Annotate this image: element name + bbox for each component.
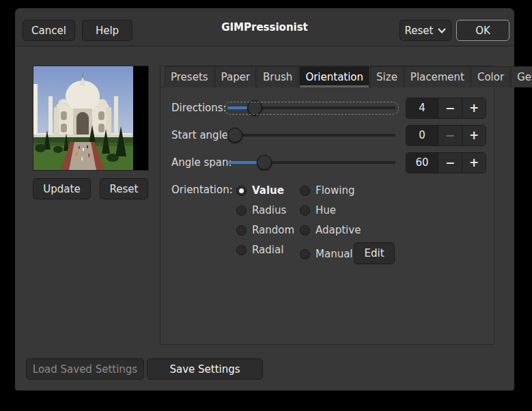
angle-span-slider-handle[interactable] [257,155,272,170]
radio-circle-icon [236,206,247,216]
radio-flowing[interactable]: Flowing [300,183,354,198]
directions-plus-button[interactable]: + [462,98,486,118]
radio-circle-icon [300,225,310,236]
angle-span-minus-button[interactable]: − [438,153,462,173]
radio-circle-icon [236,186,247,196]
radio-circle-icon [236,245,247,255]
preview-reset-button-label: Reset [110,183,139,195]
radio-circle-icon [300,186,310,196]
radio-random[interactable]: Random [236,223,294,238]
reset-menu-label: Reset [405,25,434,37]
radio-radius[interactable]: Radius [236,203,286,218]
start-angle-slider-handle[interactable] [227,128,242,143]
radio-value[interactable]: Value [236,183,284,198]
radio-adaptive[interactable]: Adaptive [300,223,361,238]
directions-slider[interactable] [227,98,395,119]
radio-random-label: Random [252,224,294,236]
radio-radial-label: Radial [252,244,283,256]
orientation-group-label: Orientation: [171,180,233,201]
radio-adaptive-label: Adaptive [316,224,361,236]
tab-brush[interactable]: Brush [257,66,298,87]
start-angle-value-field[interactable]: 0 [406,126,438,145]
chevron-down-icon [438,28,446,33]
radio-circle-icon [300,206,310,216]
directions-slider-fill [227,107,249,109]
radio-hue-label: Hue [316,204,336,216]
help-button[interactable]: Help [82,20,132,41]
tab-paper[interactable]: Paper [215,66,256,87]
help-button-label: Help [96,25,119,37]
radio-manual[interactable]: Manual [300,246,353,261]
start-angle-plus-button[interactable]: + [462,126,486,145]
directions-minus-button[interactable]: − [438,98,462,118]
radio-value-label: Value [252,184,284,197]
radio-manual-label: Manual [316,248,353,260]
radio-radial[interactable]: Radial [236,242,283,257]
radio-circle-icon [300,249,310,259]
angle-span-slider-fill [227,161,260,164]
save-settings-button[interactable]: Save Settings [147,358,263,380]
start-angle-spinbox: 0 − + [406,125,486,146]
tab-presets[interactable]: Presets [165,66,214,87]
start-angle-slider-track[interactable] [227,134,395,137]
radio-circle-icon [236,225,247,236]
tab-general[interactable]: General [511,66,532,87]
preview-image-taj-mahal [33,66,133,170]
reset-preview-button[interactable]: Reset [100,178,148,199]
save-settings-label: Save Settings [169,363,240,375]
reset-menu-button[interactable]: Reset [400,20,451,41]
directions-label: Directions: [171,98,227,119]
angle-span-label: Angle span: [171,152,232,173]
start-angle-label: Start angle: [171,125,232,146]
edit-manual-orientation-button[interactable]: Edit [354,242,395,264]
tab-size[interactable]: Size [370,66,404,87]
tab-strip: Presets Paper Brush Orientation Size Pla… [160,66,494,87]
start-angle-slider[interactable] [227,125,395,146]
edit-button-label: Edit [364,247,384,259]
tab-placement[interactable]: Placement [404,66,471,87]
preview-frame [33,66,149,171]
directions-slider-track[interactable] [227,107,395,109]
directions-spinbox: 4 − + [406,98,486,119]
radio-flowing-label: Flowing [316,184,354,197]
update-preview-button[interactable]: Update [33,178,91,199]
cancel-button-label: Cancel [31,25,66,37]
load-saved-settings-label: Load Saved Settings [33,363,137,375]
radio-hue[interactable]: Hue [300,203,336,218]
angle-span-value-field[interactable]: 60 [406,153,438,173]
angle-span-slider[interactable] [227,152,395,173]
ok-button-label: OK [475,25,490,37]
cancel-button[interactable]: Cancel [23,20,75,41]
update-button-label: Update [43,183,80,195]
ok-button[interactable]: OK [456,20,509,41]
directions-slider-handle[interactable] [247,100,262,115]
directions-value-field[interactable]: 4 [406,98,438,118]
tab-color[interactable]: Color [471,66,510,87]
header-bar: GIMPressionist Cancel Help Reset OK [15,8,514,46]
angle-span-plus-button[interactable]: + [462,153,486,173]
gimpressionist-dialog: GIMPressionist Cancel Help Reset OK [15,8,514,391]
angle-span-spinbox: 60 − + [406,152,486,173]
load-saved-settings-button[interactable]: Load Saved Settings [26,358,144,380]
start-angle-minus-button[interactable]: − [438,126,462,145]
radio-radius-label: Radius [252,204,286,216]
tab-orientation[interactable]: Orientation [299,66,369,87]
settings-notebook: Presets Paper Brush Orientation Size Pla… [160,66,494,345]
